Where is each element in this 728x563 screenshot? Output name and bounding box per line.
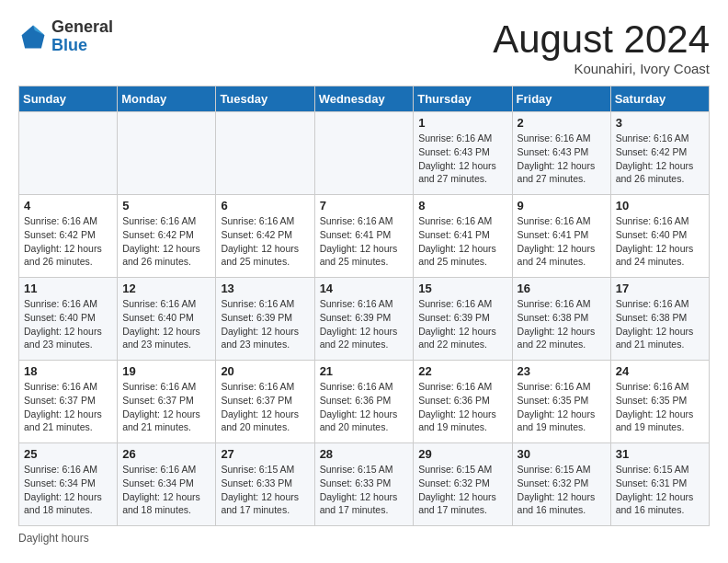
logo-blue: Blue: [51, 37, 113, 55]
day-detail: Sunrise: 6:16 AM Sunset: 6:37 PM Dayligh…: [122, 380, 210, 434]
calendar-table: SundayMondayTuesdayWednesdayThursdayFrid…: [18, 86, 710, 526]
calendar-cell: 27Sunrise: 6:15 AM Sunset: 6:33 PM Dayli…: [216, 443, 314, 526]
calendar-cell: 7Sunrise: 6:16 AM Sunset: 6:41 PM Daylig…: [314, 195, 414, 278]
daylight-label: Daylight hours: [18, 532, 89, 545]
day-number: 7: [320, 199, 409, 213]
calendar-week-1: 1Sunrise: 6:16 AM Sunset: 6:43 PM Daylig…: [19, 112, 710, 195]
svg-marker-0: [22, 25, 45, 48]
day-detail: Sunrise: 6:16 AM Sunset: 6:36 PM Dayligh…: [320, 380, 409, 434]
day-detail: Sunrise: 6:15 AM Sunset: 6:33 PM Dayligh…: [221, 463, 309, 517]
day-number: 27: [221, 447, 309, 461]
day-number: 24: [616, 364, 704, 378]
calendar-cell: 31Sunrise: 6:15 AM Sunset: 6:31 PM Dayli…: [610, 443, 709, 526]
day-number: 23: [518, 364, 606, 378]
day-number: 3: [616, 116, 704, 130]
day-number: 21: [320, 364, 409, 378]
day-detail: Sunrise: 6:16 AM Sunset: 6:42 PM Dayligh…: [122, 214, 210, 269]
location-subtitle: Kounahiri, Ivory Coast: [493, 61, 710, 76]
day-detail: Sunrise: 6:16 AM Sunset: 6:39 PM Dayligh…: [418, 297, 506, 351]
day-number: 12: [122, 282, 210, 295]
calendar-cell: 3Sunrise: 6:16 AM Sunset: 6:42 PM Daylig…: [610, 112, 709, 195]
weekday-header-sunday: Sunday: [19, 86, 118, 112]
day-detail: Sunrise: 6:16 AM Sunset: 6:43 PM Dayligh…: [418, 132, 506, 186]
calendar-cell: 11Sunrise: 6:16 AM Sunset: 6:40 PM Dayli…: [19, 278, 118, 361]
day-number: 20: [221, 364, 309, 378]
calendar-cell: 18Sunrise: 6:16 AM Sunset: 6:37 PM Dayli…: [19, 361, 118, 443]
calendar-cell: 10Sunrise: 6:16 AM Sunset: 6:40 PM Dayli…: [610, 195, 709, 278]
day-detail: Sunrise: 6:16 AM Sunset: 6:34 PM Dayligh…: [24, 463, 112, 517]
day-detail: Sunrise: 6:16 AM Sunset: 6:41 PM Dayligh…: [518, 214, 606, 269]
day-detail: Sunrise: 6:16 AM Sunset: 6:39 PM Dayligh…: [320, 297, 409, 351]
calendar-cell: 2Sunrise: 6:16 AM Sunset: 6:43 PM Daylig…: [512, 112, 610, 195]
day-detail: Sunrise: 6:16 AM Sunset: 6:38 PM Dayligh…: [616, 297, 704, 351]
calendar-cell: 1Sunrise: 6:16 AM Sunset: 6:43 PM Daylig…: [414, 112, 512, 195]
day-detail: Sunrise: 6:16 AM Sunset: 6:43 PM Dayligh…: [518, 132, 606, 186]
day-detail: Sunrise: 6:15 AM Sunset: 6:32 PM Dayligh…: [418, 463, 506, 517]
weekday-header-saturday: Saturday: [610, 86, 709, 112]
weekday-header-wednesday: Wednesday: [314, 86, 414, 112]
day-detail: Sunrise: 6:16 AM Sunset: 6:38 PM Dayligh…: [518, 297, 606, 351]
page-header: General Blue August 2024 Kounahiri, Ivor…: [18, 18, 710, 76]
calendar-week-5: 25Sunrise: 6:16 AM Sunset: 6:34 PM Dayli…: [19, 443, 710, 526]
day-number: 29: [418, 447, 506, 461]
calendar-cell: 29Sunrise: 6:15 AM Sunset: 6:32 PM Dayli…: [414, 443, 512, 526]
calendar-week-2: 4Sunrise: 6:16 AM Sunset: 6:42 PM Daylig…: [19, 195, 710, 278]
logo-text: General Blue: [51, 18, 113, 55]
calendar-cell: 5Sunrise: 6:16 AM Sunset: 6:42 PM Daylig…: [118, 195, 216, 278]
day-detail: Sunrise: 6:16 AM Sunset: 6:40 PM Dayligh…: [122, 297, 210, 351]
day-number: 14: [320, 282, 409, 295]
footer-note: Daylight hours: [18, 532, 710, 545]
calendar-cell: [216, 112, 314, 195]
day-number: 4: [24, 199, 112, 213]
day-number: 9: [518, 199, 606, 213]
calendar-cell: 8Sunrise: 6:16 AM Sunset: 6:41 PM Daylig…: [414, 195, 512, 278]
calendar-cell: 28Sunrise: 6:15 AM Sunset: 6:33 PM Dayli…: [314, 443, 414, 526]
calendar-week-3: 11Sunrise: 6:16 AM Sunset: 6:40 PM Dayli…: [19, 278, 710, 361]
calendar-cell: 22Sunrise: 6:16 AM Sunset: 6:36 PM Dayli…: [414, 361, 512, 443]
day-number: 1: [418, 116, 506, 130]
day-number: 16: [518, 282, 606, 295]
calendar-cell: 17Sunrise: 6:16 AM Sunset: 6:38 PM Dayli…: [610, 278, 709, 361]
calendar-cell: 20Sunrise: 6:16 AM Sunset: 6:37 PM Dayli…: [216, 361, 314, 443]
day-detail: Sunrise: 6:16 AM Sunset: 6:41 PM Dayligh…: [320, 214, 409, 269]
day-number: 10: [616, 199, 704, 213]
calendar-cell: 21Sunrise: 6:16 AM Sunset: 6:36 PM Dayli…: [314, 361, 414, 443]
calendar-cell: 26Sunrise: 6:16 AM Sunset: 6:34 PM Dayli…: [118, 443, 216, 526]
month-title: August 2024: [493, 18, 710, 61]
day-number: 13: [221, 282, 309, 295]
calendar-cell: 23Sunrise: 6:16 AM Sunset: 6:35 PM Dayli…: [512, 361, 610, 443]
calendar-cell: 12Sunrise: 6:16 AM Sunset: 6:40 PM Dayli…: [118, 278, 216, 361]
weekday-header-thursday: Thursday: [414, 86, 512, 112]
calendar-week-4: 18Sunrise: 6:16 AM Sunset: 6:37 PM Dayli…: [19, 361, 710, 443]
logo-icon: [18, 22, 48, 52]
day-detail: Sunrise: 6:16 AM Sunset: 6:37 PM Dayligh…: [24, 380, 112, 434]
day-number: 2: [518, 116, 606, 130]
calendar-cell: 9Sunrise: 6:16 AM Sunset: 6:41 PM Daylig…: [512, 195, 610, 278]
weekday-header-friday: Friday: [512, 86, 610, 112]
day-number: 6: [221, 199, 309, 213]
day-number: 30: [518, 447, 606, 461]
day-number: 5: [122, 199, 210, 213]
day-detail: Sunrise: 6:15 AM Sunset: 6:33 PM Dayligh…: [320, 463, 409, 517]
day-number: 22: [418, 364, 506, 378]
day-number: 31: [616, 447, 704, 461]
header-row: SundayMondayTuesdayWednesdayThursdayFrid…: [19, 86, 710, 112]
calendar-cell: 19Sunrise: 6:16 AM Sunset: 6:37 PM Dayli…: [118, 361, 216, 443]
day-detail: Sunrise: 6:16 AM Sunset: 6:35 PM Dayligh…: [518, 380, 606, 434]
day-detail: Sunrise: 6:16 AM Sunset: 6:40 PM Dayligh…: [616, 214, 704, 269]
title-block: August 2024 Kounahiri, Ivory Coast: [493, 18, 710, 76]
day-detail: Sunrise: 6:15 AM Sunset: 6:31 PM Dayligh…: [616, 463, 704, 517]
day-number: 15: [418, 282, 506, 295]
day-detail: Sunrise: 6:16 AM Sunset: 6:42 PM Dayligh…: [24, 214, 112, 269]
day-detail: Sunrise: 6:15 AM Sunset: 6:32 PM Dayligh…: [518, 463, 606, 517]
day-detail: Sunrise: 6:16 AM Sunset: 6:42 PM Dayligh…: [616, 132, 704, 186]
calendar-cell: 30Sunrise: 6:15 AM Sunset: 6:32 PM Dayli…: [512, 443, 610, 526]
day-number: 11: [24, 282, 112, 295]
day-number: 26: [122, 447, 210, 461]
day-number: 17: [616, 282, 704, 295]
calendar-cell: [19, 112, 118, 195]
calendar-cell: 15Sunrise: 6:16 AM Sunset: 6:39 PM Dayli…: [414, 278, 512, 361]
day-number: 28: [320, 447, 409, 461]
day-number: 19: [122, 364, 210, 378]
calendar-cell: 24Sunrise: 6:16 AM Sunset: 6:35 PM Dayli…: [610, 361, 709, 443]
